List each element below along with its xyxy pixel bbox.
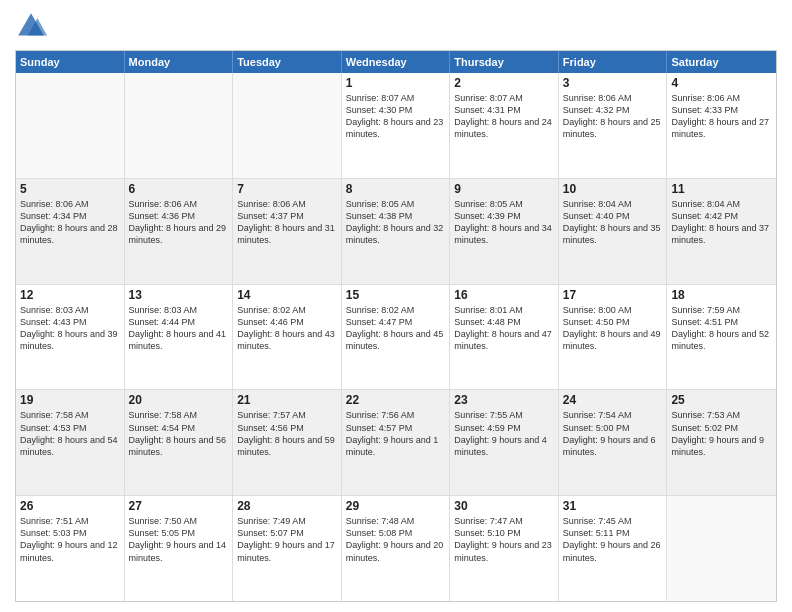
calendar-cell xyxy=(233,73,342,178)
calendar-cell: 6Sunrise: 8:06 AM Sunset: 4:36 PM Daylig… xyxy=(125,179,234,284)
calendar-cell: 20Sunrise: 7:58 AM Sunset: 4:54 PM Dayli… xyxy=(125,390,234,495)
calendar-cell: 11Sunrise: 8:04 AM Sunset: 4:42 PM Dayli… xyxy=(667,179,776,284)
weekday-header: Friday xyxy=(559,51,668,73)
calendar-row: 1Sunrise: 8:07 AM Sunset: 4:30 PM Daylig… xyxy=(16,73,776,179)
cell-details: Sunrise: 7:58 AM Sunset: 4:53 PM Dayligh… xyxy=(20,409,120,458)
day-number: 29 xyxy=(346,499,446,513)
calendar-cell: 10Sunrise: 8:04 AM Sunset: 4:40 PM Dayli… xyxy=(559,179,668,284)
calendar-body: 1Sunrise: 8:07 AM Sunset: 4:30 PM Daylig… xyxy=(16,73,776,601)
calendar-cell xyxy=(667,496,776,601)
day-number: 8 xyxy=(346,182,446,196)
logo xyxy=(15,10,51,42)
calendar-row: 12Sunrise: 8:03 AM Sunset: 4:43 PM Dayli… xyxy=(16,285,776,391)
cell-details: Sunrise: 8:00 AM Sunset: 4:50 PM Dayligh… xyxy=(563,304,663,353)
cell-details: Sunrise: 7:50 AM Sunset: 5:05 PM Dayligh… xyxy=(129,515,229,564)
day-number: 23 xyxy=(454,393,554,407)
cell-details: Sunrise: 8:07 AM Sunset: 4:31 PM Dayligh… xyxy=(454,92,554,141)
day-number: 5 xyxy=(20,182,120,196)
day-number: 26 xyxy=(20,499,120,513)
calendar-cell: 31Sunrise: 7:45 AM Sunset: 5:11 PM Dayli… xyxy=(559,496,668,601)
weekday-header: Thursday xyxy=(450,51,559,73)
cell-details: Sunrise: 8:06 AM Sunset: 4:37 PM Dayligh… xyxy=(237,198,337,247)
calendar: SundayMondayTuesdayWednesdayThursdayFrid… xyxy=(15,50,777,602)
day-number: 11 xyxy=(671,182,772,196)
cell-details: Sunrise: 7:56 AM Sunset: 4:57 PM Dayligh… xyxy=(346,409,446,458)
day-number: 2 xyxy=(454,76,554,90)
calendar-cell: 21Sunrise: 7:57 AM Sunset: 4:56 PM Dayli… xyxy=(233,390,342,495)
calendar-row: 19Sunrise: 7:58 AM Sunset: 4:53 PM Dayli… xyxy=(16,390,776,496)
weekday-header: Tuesday xyxy=(233,51,342,73)
calendar-cell: 1Sunrise: 8:07 AM Sunset: 4:30 PM Daylig… xyxy=(342,73,451,178)
cell-details: Sunrise: 7:48 AM Sunset: 5:08 PM Dayligh… xyxy=(346,515,446,564)
calendar-row: 5Sunrise: 8:06 AM Sunset: 4:34 PM Daylig… xyxy=(16,179,776,285)
calendar-cell: 14Sunrise: 8:02 AM Sunset: 4:46 PM Dayli… xyxy=(233,285,342,390)
day-number: 27 xyxy=(129,499,229,513)
cell-details: Sunrise: 8:04 AM Sunset: 4:42 PM Dayligh… xyxy=(671,198,772,247)
calendar-cell: 12Sunrise: 8:03 AM Sunset: 4:43 PM Dayli… xyxy=(16,285,125,390)
day-number: 19 xyxy=(20,393,120,407)
day-number: 13 xyxy=(129,288,229,302)
day-number: 18 xyxy=(671,288,772,302)
cell-details: Sunrise: 8:02 AM Sunset: 4:47 PM Dayligh… xyxy=(346,304,446,353)
cell-details: Sunrise: 8:04 AM Sunset: 4:40 PM Dayligh… xyxy=(563,198,663,247)
day-number: 20 xyxy=(129,393,229,407)
weekday-header: Saturday xyxy=(667,51,776,73)
calendar-header: SundayMondayTuesdayWednesdayThursdayFrid… xyxy=(16,51,776,73)
cell-details: Sunrise: 7:49 AM Sunset: 5:07 PM Dayligh… xyxy=(237,515,337,564)
cell-details: Sunrise: 7:54 AM Sunset: 5:00 PM Dayligh… xyxy=(563,409,663,458)
day-number: 9 xyxy=(454,182,554,196)
cell-details: Sunrise: 7:58 AM Sunset: 4:54 PM Dayligh… xyxy=(129,409,229,458)
day-number: 30 xyxy=(454,499,554,513)
day-number: 7 xyxy=(237,182,337,196)
cell-details: Sunrise: 8:05 AM Sunset: 4:39 PM Dayligh… xyxy=(454,198,554,247)
weekday-header: Sunday xyxy=(16,51,125,73)
day-number: 3 xyxy=(563,76,663,90)
day-number: 1 xyxy=(346,76,446,90)
page: SundayMondayTuesdayWednesdayThursdayFrid… xyxy=(0,0,792,612)
cell-details: Sunrise: 7:47 AM Sunset: 5:10 PM Dayligh… xyxy=(454,515,554,564)
day-number: 10 xyxy=(563,182,663,196)
calendar-cell: 2Sunrise: 8:07 AM Sunset: 4:31 PM Daylig… xyxy=(450,73,559,178)
calendar-cell: 17Sunrise: 8:00 AM Sunset: 4:50 PM Dayli… xyxy=(559,285,668,390)
cell-details: Sunrise: 8:07 AM Sunset: 4:30 PM Dayligh… xyxy=(346,92,446,141)
cell-details: Sunrise: 7:45 AM Sunset: 5:11 PM Dayligh… xyxy=(563,515,663,564)
calendar-cell: 28Sunrise: 7:49 AM Sunset: 5:07 PM Dayli… xyxy=(233,496,342,601)
day-number: 6 xyxy=(129,182,229,196)
day-number: 16 xyxy=(454,288,554,302)
calendar-cell xyxy=(125,73,234,178)
calendar-cell: 16Sunrise: 8:01 AM Sunset: 4:48 PM Dayli… xyxy=(450,285,559,390)
day-number: 4 xyxy=(671,76,772,90)
cell-details: Sunrise: 8:06 AM Sunset: 4:33 PM Dayligh… xyxy=(671,92,772,141)
day-number: 12 xyxy=(20,288,120,302)
day-number: 14 xyxy=(237,288,337,302)
calendar-cell: 5Sunrise: 8:06 AM Sunset: 4:34 PM Daylig… xyxy=(16,179,125,284)
calendar-cell: 15Sunrise: 8:02 AM Sunset: 4:47 PM Dayli… xyxy=(342,285,451,390)
cell-details: Sunrise: 8:01 AM Sunset: 4:48 PM Dayligh… xyxy=(454,304,554,353)
calendar-cell: 4Sunrise: 8:06 AM Sunset: 4:33 PM Daylig… xyxy=(667,73,776,178)
calendar-cell: 18Sunrise: 7:59 AM Sunset: 4:51 PM Dayli… xyxy=(667,285,776,390)
day-number: 24 xyxy=(563,393,663,407)
calendar-cell: 3Sunrise: 8:06 AM Sunset: 4:32 PM Daylig… xyxy=(559,73,668,178)
cell-details: Sunrise: 8:06 AM Sunset: 4:36 PM Dayligh… xyxy=(129,198,229,247)
calendar-cell: 13Sunrise: 8:03 AM Sunset: 4:44 PM Dayli… xyxy=(125,285,234,390)
day-number: 22 xyxy=(346,393,446,407)
day-number: 21 xyxy=(237,393,337,407)
calendar-cell: 8Sunrise: 8:05 AM Sunset: 4:38 PM Daylig… xyxy=(342,179,451,284)
weekday-header: Monday xyxy=(125,51,234,73)
cell-details: Sunrise: 7:59 AM Sunset: 4:51 PM Dayligh… xyxy=(671,304,772,353)
cell-details: Sunrise: 7:51 AM Sunset: 5:03 PM Dayligh… xyxy=(20,515,120,564)
calendar-cell: 26Sunrise: 7:51 AM Sunset: 5:03 PM Dayli… xyxy=(16,496,125,601)
calendar-row: 26Sunrise: 7:51 AM Sunset: 5:03 PM Dayli… xyxy=(16,496,776,601)
calendar-cell: 25Sunrise: 7:53 AM Sunset: 5:02 PM Dayli… xyxy=(667,390,776,495)
calendar-cell: 7Sunrise: 8:06 AM Sunset: 4:37 PM Daylig… xyxy=(233,179,342,284)
calendar-cell: 22Sunrise: 7:56 AM Sunset: 4:57 PM Dayli… xyxy=(342,390,451,495)
cell-details: Sunrise: 8:03 AM Sunset: 4:44 PM Dayligh… xyxy=(129,304,229,353)
cell-details: Sunrise: 8:05 AM Sunset: 4:38 PM Dayligh… xyxy=(346,198,446,247)
cell-details: Sunrise: 8:06 AM Sunset: 4:34 PM Dayligh… xyxy=(20,198,120,247)
calendar-cell xyxy=(16,73,125,178)
cell-details: Sunrise: 7:57 AM Sunset: 4:56 PM Dayligh… xyxy=(237,409,337,458)
calendar-cell: 23Sunrise: 7:55 AM Sunset: 4:59 PM Dayli… xyxy=(450,390,559,495)
cell-details: Sunrise: 8:06 AM Sunset: 4:32 PM Dayligh… xyxy=(563,92,663,141)
cell-details: Sunrise: 8:03 AM Sunset: 4:43 PM Dayligh… xyxy=(20,304,120,353)
cell-details: Sunrise: 7:55 AM Sunset: 4:59 PM Dayligh… xyxy=(454,409,554,458)
